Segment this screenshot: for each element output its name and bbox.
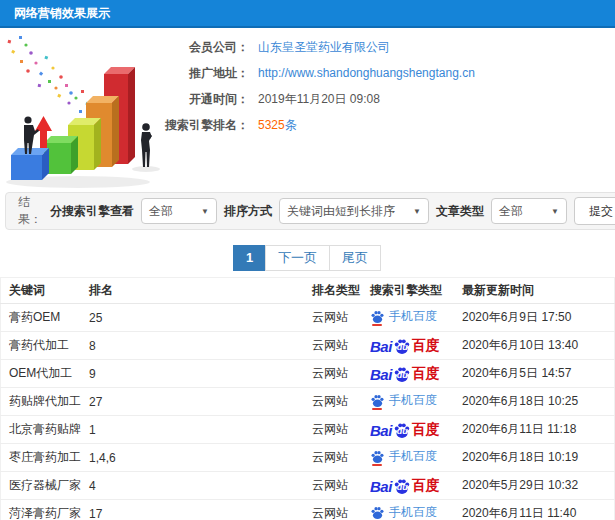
pagination: 1 下一页 尾页 xyxy=(0,245,615,271)
mobile-baidu-label: 手机百度 xyxy=(389,308,437,325)
member-info-fields: 会员公司： 山东皇圣堂药业有限公司 推广地址： http://www.shand… xyxy=(165,34,615,138)
mobile-baidu-logo: 手机百度 xyxy=(370,308,437,325)
keyword-cell: 医疗器械厂家 xyxy=(1,472,82,500)
updated-cell: 2020年6月9日 17:50 xyxy=(454,304,615,332)
article-type-value: 全部 xyxy=(499,203,523,220)
red-underline-mark xyxy=(372,324,382,326)
baidu-paw-icon xyxy=(370,449,385,464)
baidu-paw-icon xyxy=(370,393,385,408)
red-underline-mark xyxy=(372,408,382,410)
member-info-section: 会员公司： 山东皇圣堂药业有限公司 推广地址： http://www.shand… xyxy=(0,28,615,190)
header-engine-type: 搜索引擎类型 xyxy=(362,278,454,304)
mobile-baidu-label: 手机百度 xyxy=(389,392,437,409)
table-row: OEM代加工 9 云网站 Bai xyxy=(1,360,615,388)
page-1-button[interactable]: 1 xyxy=(233,245,266,271)
baidu-logo-bai: Bai xyxy=(370,422,392,439)
baidu-logo-du: du xyxy=(397,371,408,380)
results-table: 关键词 排名 排名类型 搜索引擎类型 最新更新时间 膏药OEM 25 云网站 手… xyxy=(0,277,615,520)
promo-url-link[interactable]: http://www.shandonghuangshengtang.cn xyxy=(258,66,475,80)
updated-cell: 2020年6月11日 11:18 xyxy=(454,416,615,444)
info-row-open-time: 开通时间： 2019年11月20日 09:08 xyxy=(165,86,615,112)
engine-cell: Bai du 百度 xyxy=(362,360,454,388)
baidu-logo: Bai du 百度 xyxy=(370,477,440,495)
table-row: 膏药代加工 8 云网站 Bai xyxy=(1,332,615,360)
engine-cell: 手机百度 xyxy=(362,444,454,472)
table-row: 医疗器械厂家 4 云网站 Bai xyxy=(1,472,615,500)
header-rank: 排名 xyxy=(81,278,304,304)
rank-cell[interactable]: 1 xyxy=(81,416,304,444)
baidu-paw-icon: du xyxy=(393,421,411,439)
baidu-logo-zh: 百度 xyxy=(412,421,440,439)
rank-cell[interactable]: 8 xyxy=(81,332,304,360)
baidu-logo: Bai du 百度 xyxy=(370,421,440,439)
baidu-logo-du: du xyxy=(397,483,408,492)
baidu-logo-du: du xyxy=(397,427,408,436)
chevron-down-icon: ▼ xyxy=(201,207,209,216)
updated-cell: 2020年6月18日 10:25 xyxy=(454,388,615,416)
engine-cell: 手机百度 xyxy=(362,304,454,332)
chevron-down-icon: ▼ xyxy=(551,207,559,216)
last-page-button[interactable]: 尾页 xyxy=(329,245,381,271)
engine-rank-value: 5325条 xyxy=(258,117,297,134)
rank-type-cell: 云网站 xyxy=(304,472,362,500)
keyword-cell: OEM代加工 xyxy=(1,360,82,388)
baidu-logo-zh: 百度 xyxy=(412,337,440,355)
open-time-label: 开通时间： xyxy=(165,91,249,108)
red-underline-mark xyxy=(372,464,382,466)
baidu-logo-bai: Bai xyxy=(370,338,392,355)
businessman-right xyxy=(141,123,152,167)
engine-filter-value: 全部 xyxy=(149,203,173,220)
baidu-paw-icon xyxy=(370,309,385,324)
info-row-url: 推广地址： http://www.shandonghuangshengtang.… xyxy=(165,60,615,86)
sort-filter-value: 关键词由短到长排序 xyxy=(287,203,395,220)
engine-cell: Bai du 百度 xyxy=(362,472,454,500)
baidu-logo-du: du xyxy=(397,343,408,352)
baidu-logo-bai: Bai xyxy=(370,366,392,383)
article-type-select[interactable]: 全部 ▼ xyxy=(491,198,567,224)
open-time-value: 2019年11月20日 09:08 xyxy=(258,91,380,108)
rank-cell[interactable]: 17 xyxy=(81,500,304,520)
filter-panel: 结果： 分搜索引擎查看 全部 ▼ 排序方式 关键词由短到长排序 ▼ 文章类型 全… xyxy=(5,192,615,230)
sort-filter-select[interactable]: 关键词由短到长排序 ▼ xyxy=(279,198,429,224)
mobile-baidu-logo: 手机百度 xyxy=(370,392,437,409)
keyword-cell: 膏药代加工 xyxy=(1,332,82,360)
rank-type-cell: 云网站 xyxy=(304,360,362,388)
engine-filter-select[interactable]: 全部 ▼ xyxy=(141,198,217,224)
keyword-cell: 膏药OEM xyxy=(1,304,82,332)
table-header-row: 关键词 排名 排名类型 搜索引擎类型 最新更新时间 xyxy=(1,278,615,304)
rank-cell[interactable]: 27 xyxy=(81,388,304,416)
engine-cell: Bai du 百度 xyxy=(362,416,454,444)
engine-cell: 手机百度 xyxy=(362,500,454,520)
baidu-paw-icon xyxy=(370,505,385,520)
keyword-cell: 菏泽膏药厂家 xyxy=(1,500,82,520)
rank-cell[interactable]: 25 xyxy=(81,304,304,332)
rank-type-cell: 云网站 xyxy=(304,304,362,332)
rank-cell[interactable]: 1,4,6 xyxy=(81,444,304,472)
mobile-baidu-logo: 手机百度 xyxy=(370,504,437,520)
rank-cell[interactable]: 9 xyxy=(81,360,304,388)
baidu-logo: Bai du 百度 xyxy=(370,337,440,355)
mobile-baidu-label: 手机百度 xyxy=(389,448,437,465)
updated-cell: 2020年6月10日 13:40 xyxy=(454,332,615,360)
header-rank-type: 排名类型 xyxy=(304,278,362,304)
baidu-paw-icon: du xyxy=(393,477,411,495)
updated-cell: 2020年6月18日 10:19 xyxy=(454,444,615,472)
keyword-cell: 北京膏药贴牌 xyxy=(1,416,82,444)
rank-type-cell: 云网站 xyxy=(304,388,362,416)
rank-type-cell: 云网站 xyxy=(304,416,362,444)
updated-cell: 2020年5月29日 10:32 xyxy=(454,472,615,500)
mobile-baidu-label: 手机百度 xyxy=(389,504,437,520)
next-page-button[interactable]: 下一页 xyxy=(265,245,330,271)
submit-button[interactable]: 提交 xyxy=(574,197,615,225)
header-updated: 最新更新时间 xyxy=(454,278,615,304)
promo-url-label: 推广地址： xyxy=(165,65,249,82)
rank-count-number: 5325 xyxy=(258,118,285,132)
sort-filter-label: 排序方式 xyxy=(224,203,272,220)
table-row: 膏药OEM 25 云网站 手机百度 xyxy=(1,304,615,332)
filter-controls: 分搜索引擎查看 全部 ▼ 排序方式 关键词由短到长排序 ▼ 文章类型 全部 ▼ … xyxy=(50,197,615,225)
rank-cell[interactable]: 4 xyxy=(81,472,304,500)
table-row: 北京膏药贴牌 1 云网站 Bai xyxy=(1,416,615,444)
company-link[interactable]: 山东皇圣堂药业有限公司 xyxy=(258,39,390,56)
article-type-label: 文章类型 xyxy=(436,203,484,220)
baidu-paw-icon: du xyxy=(393,365,411,383)
